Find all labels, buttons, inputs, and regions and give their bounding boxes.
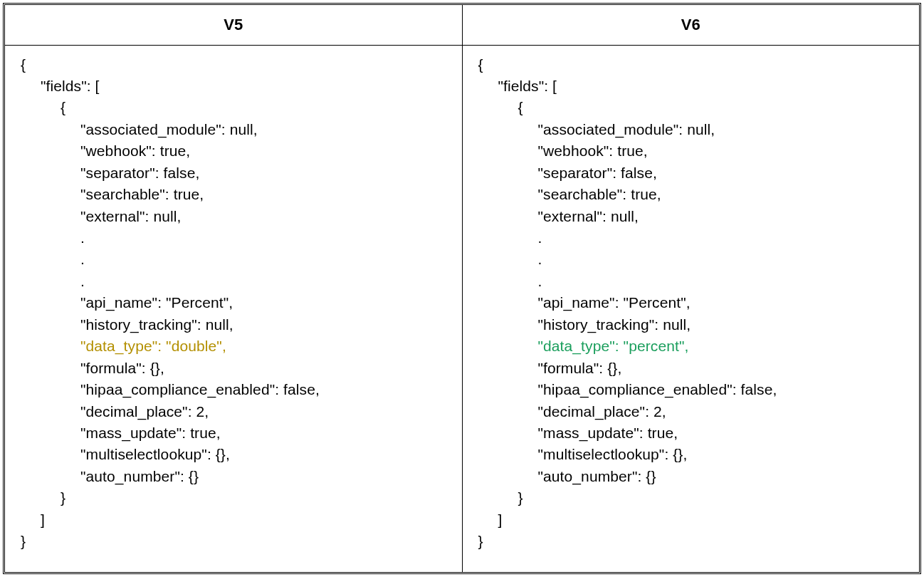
- code-line: }: [21, 487, 449, 509]
- code-line: "data_type": "double",: [21, 336, 449, 357]
- code-line: .: [478, 227, 907, 249]
- code-line: "webhook": true,: [478, 140, 907, 162]
- comparison-table-wrap: V5 V6 {"fields": [{"associated_module": …: [3, 3, 921, 574]
- code-line: "multiselectlookup": {},: [21, 444, 449, 465]
- code-line: "associated_module": null,: [21, 119, 449, 140]
- code-line: "searchable": true,: [21, 184, 449, 205]
- code-line: "history_tracking": null,: [21, 314, 449, 336]
- code-line: ]: [478, 509, 907, 531]
- code-line: }: [21, 531, 449, 552]
- header-right: V6: [462, 5, 919, 45]
- code-line: "decimal_place": 2,: [21, 401, 449, 422]
- code-line: "associated_module": null,: [478, 119, 907, 140]
- code-line: .: [21, 227, 449, 249]
- code-line: {: [21, 97, 449, 118]
- code-line: "fields": [: [21, 76, 449, 97]
- header-left: V5: [5, 5, 462, 45]
- code-line: ]: [21, 509, 449, 531]
- code-line: "history_tracking": null,: [478, 314, 907, 336]
- code-line: "separator": false,: [478, 162, 907, 184]
- code-cell-right: {"fields": [{"associated_module": null,"…: [462, 45, 919, 572]
- code-line: "hipaa_compliance_enabled": false,: [478, 379, 907, 400]
- code-line: "separator": false,: [21, 162, 449, 184]
- code-line: "fields": [: [478, 76, 907, 97]
- comparison-table: V5 V6 {"fields": [{"associated_module": …: [5, 5, 919, 572]
- code-line: "hipaa_compliance_enabled": false,: [21, 379, 449, 400]
- code-line: "formula": {},: [21, 358, 449, 379]
- code-line: }: [478, 531, 907, 552]
- code-line: "data_type": "percent",: [478, 336, 907, 357]
- code-cell-left: {"fields": [{"associated_module": null,"…: [5, 45, 462, 572]
- code-line: "webhook": true,: [21, 140, 449, 162]
- code-line: "external": null,: [478, 206, 907, 227]
- code-line: {: [21, 54, 449, 76]
- code-line: "auto_number": {}: [478, 466, 907, 487]
- code-line: "api_name": "Percent",: [478, 292, 907, 313]
- table-header: V5 V6: [5, 5, 919, 45]
- code-line: .: [21, 271, 449, 292]
- code-line: "mass_update": true,: [21, 422, 449, 444]
- code-line: "formula": {},: [478, 358, 907, 379]
- code-line: "external": null,: [21, 206, 449, 227]
- code-line: .: [21, 249, 449, 270]
- code-line: .: [478, 249, 907, 270]
- code-line: {: [478, 54, 907, 76]
- code-line: }: [478, 487, 907, 509]
- code-line: "auto_number": {}: [21, 466, 449, 487]
- code-line: "multiselectlookup": {},: [478, 444, 907, 465]
- code-line: "mass_update": true,: [478, 422, 907, 444]
- code-line: "api_name": "Percent",: [21, 292, 449, 313]
- code-line: {: [478, 97, 907, 118]
- code-line: "searchable": true,: [478, 184, 907, 205]
- code-line: .: [478, 271, 907, 292]
- code-line: "decimal_place": 2,: [478, 401, 907, 422]
